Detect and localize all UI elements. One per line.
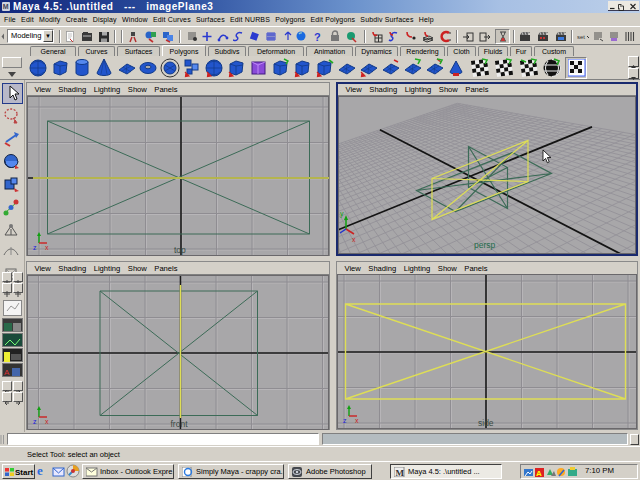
- svg-text:top: top: [174, 245, 186, 255]
- svg-text:A: A: [4, 368, 10, 377]
- svg-text:x: x: [45, 418, 49, 425]
- svg-text:side: side: [478, 418, 494, 428]
- svg-text:?: ?: [314, 31, 321, 43]
- svg-text:x: x: [45, 244, 49, 251]
- svg-text:set: set: [577, 34, 585, 40]
- svg-text:persp: persp: [474, 240, 496, 250]
- svg-text:M: M: [396, 468, 405, 478]
- svg-text:front: front: [171, 419, 189, 429]
- svg-text:z: z: [33, 244, 37, 251]
- svg-text:A: A: [536, 469, 542, 478]
- svg-text:z: z: [33, 418, 37, 425]
- svg-text:y: y: [340, 210, 344, 218]
- svg-text:x: x: [355, 417, 359, 424]
- svg-text:x: x: [352, 236, 356, 243]
- svg-text:z: z: [343, 417, 347, 424]
